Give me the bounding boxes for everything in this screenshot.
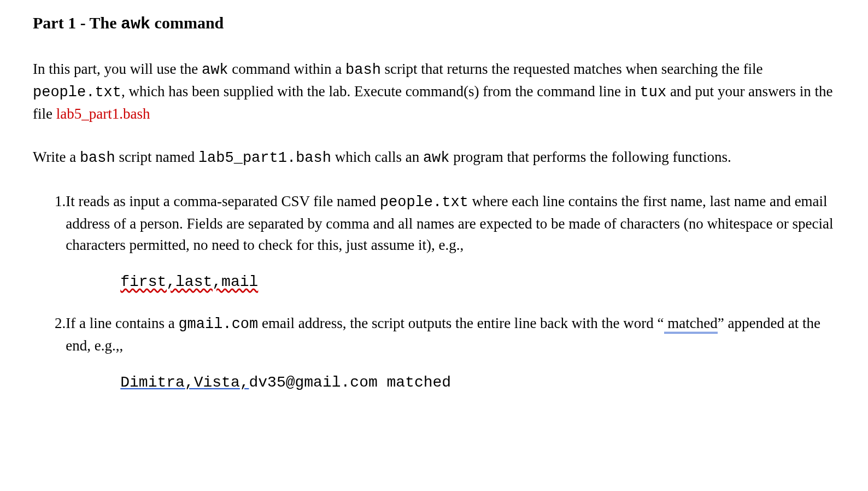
text-fragment: which calls an <box>331 149 423 165</box>
code-example-2: Dimitra,Vista,dv35@gmail.com matched <box>120 372 835 394</box>
list-content: It reads as input a comma-separated CSV … <box>66 191 835 294</box>
code-tux: tux <box>640 84 667 101</box>
code-people-txt: people.txt <box>380 194 468 211</box>
list-item-1: 1. It reads as input a comma-separated C… <box>33 191 835 294</box>
code-example-1: first,last,mail <box>120 271 835 294</box>
text-fragment: command within a <box>228 61 345 77</box>
list-content: If a line contains a gmail.com email add… <box>66 313 835 394</box>
text-fragment: script that returns the requested matche… <box>381 61 763 77</box>
code-bash: bash <box>345 62 381 78</box>
code-underlined-part: Dimitra,Vista, <box>120 374 249 391</box>
code-bash: bash <box>80 150 115 166</box>
text-fragment: script named <box>115 149 198 165</box>
text-fragment: , which has been supplied with the lab. … <box>121 83 640 100</box>
text-fragment: In this part, you will use the <box>33 61 202 77</box>
text-fragment: Write a <box>33 149 80 165</box>
code-awk: awk <box>202 62 228 78</box>
list-number: 2. <box>33 313 66 394</box>
code-awk: awk <box>423 150 450 166</box>
intro-paragraph-2: Write a bash script named lab5_part1.bas… <box>33 147 835 169</box>
code-filename: lab5_part1.bash <box>198 150 331 166</box>
filename-red: lab5_part1.bash <box>56 106 150 122</box>
heading-suffix: command <box>150 14 224 32</box>
intro-paragraph-1: In this part, you will use the awk comma… <box>33 59 835 125</box>
list-item-2: 2. If a line contains a gmail.com email … <box>33 313 835 394</box>
part-heading: Part 1 - The awk command <box>33 11 835 37</box>
text-fragment: email address, the script outputs the en… <box>258 315 664 331</box>
list-number: 1. <box>33 191 66 294</box>
matched-word: matched <box>664 315 718 334</box>
heading-prefix: Part 1 - The <box>33 14 121 32</box>
code-rest-part: dv35@gmail.com matched <box>249 374 451 391</box>
text-fragment: It reads as input a comma-separated CSV … <box>66 193 380 209</box>
text-fragment: program that performs the following func… <box>450 149 731 165</box>
text-fragment: If a line contains a <box>66 315 178 331</box>
code-gmail: gmail.com <box>178 316 258 332</box>
code-wavy: first,last,mail <box>120 273 258 290</box>
heading-command: awk <box>121 15 150 33</box>
code-people-txt: people.txt <box>33 84 121 101</box>
